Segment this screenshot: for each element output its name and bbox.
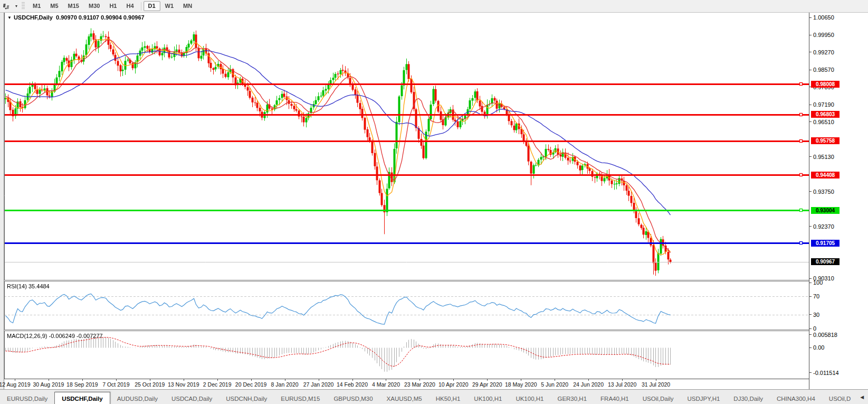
tab-audusd-daily[interactable]: AUDUSD,Daily — [110, 393, 165, 404]
tab-usdjpy-h1[interactable]: USDJPY,H1 — [681, 393, 727, 404]
date-tick-mark — [150, 379, 150, 381]
price-tick: 0.93750 — [809, 189, 834, 195]
tab-fra40-h1[interactable]: FRA40,H1 — [594, 393, 636, 404]
price-tick: 0.99950 — [809, 32, 834, 38]
rsi-name: RSI(14) — [7, 283, 27, 289]
tab-scroll-left-icon[interactable]: ◀ — [857, 393, 866, 401]
window-left-edge — [0, 12, 4, 389]
tab-usdcnh-daily[interactable]: USDCNH,Daily — [219, 393, 274, 404]
hline-price-tag[interactable]: 0.94408 — [811, 172, 840, 178]
date-tick-mark — [487, 379, 488, 381]
date-tick-mark — [453, 379, 454, 381]
price-tick: 0.99270 — [809, 49, 834, 55]
date-tick-mark — [251, 379, 252, 381]
macd-name: MACD(12,26,9) — [7, 333, 47, 339]
tab-usoil-d[interactable]: USOil,D — [822, 393, 858, 404]
date-tick-mark — [419, 379, 420, 381]
tab-ger30-h1[interactable]: GER30,H1 — [550, 393, 594, 404]
date-tick-mark — [319, 379, 319, 381]
mt4-window: ▾ M1M5M15M30H1H4D1W1MN ▼USDCHF,Daily 0.9… — [0, 0, 868, 404]
chart-symbol-label: USDCHF,Daily — [14, 14, 53, 21]
timeframe-button-m15[interactable]: M15 — [63, 1, 84, 11]
toolbar-group-divider — [141, 2, 141, 11]
hline-price-tag[interactable]: 0.98008 — [811, 81, 840, 88]
hline-price-tag[interactable]: 0.95758 — [811, 137, 840, 144]
rsi-scale-tick: 100 — [809, 279, 823, 286]
macd-values: -0.006249 -0.007277 — [49, 333, 102, 339]
price-tick: 0.97190 — [809, 101, 834, 108]
hline-price-tag[interactable]: 0.91705 — [811, 240, 840, 247]
chart-tab-bar: EURUSD,DailyUSDCHF,DailyAUDUSD,DailyUSDC… — [0, 389, 868, 404]
rsi-scale-tick: 30 — [809, 312, 819, 318]
tab-gbpusd-m30[interactable]: GBPUSD,M30 — [327, 393, 379, 404]
date-tick-mark — [622, 379, 623, 381]
charts-toolbar-icon[interactable] — [2, 2, 13, 11]
date-tick-mark — [285, 379, 285, 381]
macd-scale-tick: -0.011514 — [809, 370, 839, 376]
date-tick-label: 31 Jul 2020 — [632, 381, 680, 388]
timeframe-button-d1[interactable]: D1 — [144, 1, 160, 11]
date-tick-mark — [386, 379, 386, 381]
date-tick-mark — [116, 379, 117, 381]
rsi-value: 35.4484 — [28, 283, 50, 289]
date-tick-mark — [656, 379, 656, 381]
date-tick-mark — [555, 379, 555, 381]
price-axis: 1.006500.999500.992700.985700.978900.971… — [809, 13, 868, 389]
price-tick: 1.00650 — [809, 14, 834, 21]
tab-scroll-arrows: ◀▶ — [857, 390, 868, 404]
toolbar: ▾ M1M5M15M30H1H4D1W1MN — [0, 0, 868, 13]
chart-quote-ohlc: 0.90970 0.91107 0.90904 0.90967 — [56, 14, 145, 21]
hline-price-tag[interactable]: 0.93004 — [811, 207, 840, 214]
tab-uk100-h1[interactable]: UK100,H1 — [467, 393, 509, 404]
tab-uk100-h1[interactable]: UK100,H1 — [509, 393, 550, 404]
rsi-scale-tick: 70 — [809, 293, 819, 299]
date-axis: 12 Aug 201930 Aug 201918 Sep 20197 Oct 2… — [4, 379, 809, 389]
tab-china300-h4[interactable]: CHINA300,H4 — [770, 393, 822, 404]
price-tick: 0.96510 — [809, 119, 834, 125]
date-tick-mark — [184, 379, 184, 381]
date-tick-mark — [521, 379, 521, 381]
price-tick: 0.98570 — [809, 67, 834, 73]
timeframe-button-h1[interactable]: H1 — [104, 1, 121, 11]
timeframe-button-m30[interactable]: M30 — [84, 1, 104, 11]
date-tick-mark — [49, 379, 49, 381]
timeframe-button-m5[interactable]: M5 — [45, 1, 63, 11]
date-tick-mark — [82, 379, 83, 381]
date-tick-mark — [588, 379, 589, 381]
toolbar-grip[interactable] — [22, 2, 25, 10]
macd-scale-tick: 0.00 — [809, 344, 824, 351]
hline-price-tag[interactable]: 0.96803 — [811, 111, 840, 118]
tab-usdchf-daily[interactable]: USDCHF,Daily — [54, 392, 110, 404]
tab-hk50-h1[interactable]: HK50,H1 — [429, 393, 468, 404]
rsi-indicator-label: RSI(14) 35.4484 — [7, 283, 50, 289]
macd-scale-tick: 0.005818 — [809, 332, 837, 338]
tab-eurusd-daily[interactable]: EURUSD,Daily — [0, 393, 54, 404]
price-tick: 0.95130 — [809, 154, 834, 160]
timeframe-button-mn[interactable]: MN — [178, 1, 197, 11]
toolbar-dropdown-caret[interactable]: ▾ — [13, 4, 20, 8]
tab-dj30-daily[interactable]: DJ30,Daily — [727, 393, 770, 404]
current-price-tag: 0.90967 — [811, 258, 840, 265]
tab-eurusd-m15[interactable]: EURUSD,M15 — [274, 393, 327, 404]
tab-xauusd-m5[interactable]: XAUUSD,M5 — [380, 393, 429, 404]
price-tick: 0.92370 — [809, 223, 834, 230]
timeframe-button-m1[interactable]: M1 — [28, 1, 45, 11]
tab-usoil-daily[interactable]: USOil,Daily — [636, 393, 681, 404]
macd-indicator-label: MACD(12,26,9) -0.006249 -0.007277 — [7, 333, 103, 339]
pane-separator-macd[interactable] — [4, 330, 868, 331]
pane-separator-rsi[interactable] — [4, 280, 868, 281]
timeframe-button-h4[interactable]: H4 — [121, 1, 138, 11]
timeframe-buttons: M1M5M15M30H1H4D1W1MN — [28, 1, 197, 11]
date-tick-mark — [217, 379, 218, 381]
timeframe-button-w1[interactable]: W1 — [160, 1, 179, 11]
chart-title: ▼USDCHF,Daily 0.90970 0.91107 0.90904 0.… — [7, 14, 145, 21]
date-tick-mark — [15, 379, 15, 381]
date-tick-mark — [352, 379, 353, 381]
rsi-scale-tick: 0 — [809, 325, 816, 332]
tab-usdcad-daily[interactable]: USDCAD,Daily — [165, 393, 219, 404]
chart-canvas[interactable] — [4, 13, 809, 379]
symbol-dropdown-icon[interactable]: ▼ — [7, 15, 12, 20]
